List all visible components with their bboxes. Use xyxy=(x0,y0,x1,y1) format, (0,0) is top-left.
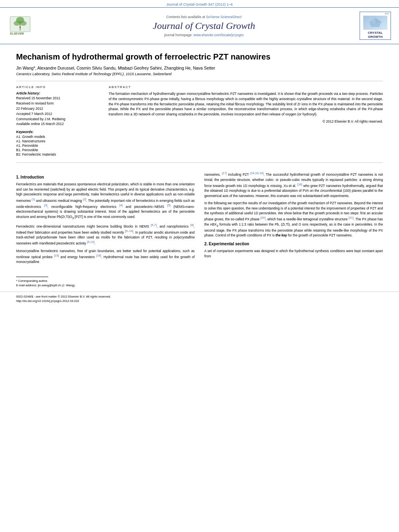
intro-heading: 1. Introduction xyxy=(16,175,195,179)
crystal-growth-logo-box: ≡≡≡ CRYSTALGROWTH xyxy=(360,12,391,40)
ref-2: [2] xyxy=(83,197,86,201)
article-info-abstract: ARTICLE INFO Article history: Received 1… xyxy=(16,85,383,157)
available-online: Available online 15 March 2012 xyxy=(16,122,97,127)
communicated-by: Communicated by J.M. Redwing xyxy=(16,117,97,122)
article-title: Mechanism of hydrothermal growth of ferr… xyxy=(16,52,383,62)
contents-line: Contents lists available at SciVerse Sci… xyxy=(48,15,360,19)
header-banner: ELSEVIER Contents lists available at Sci… xyxy=(0,8,399,44)
footnote-area: * Corresponding author. E-mail address: … xyxy=(0,277,399,288)
body-right-col: nanowires, [17] including PZT [16,18,19]… xyxy=(204,171,383,267)
keywords-label: Keywords: xyxy=(16,130,97,134)
elsevier-logo: ELSEVIER xyxy=(8,14,40,37)
abstract-text: The formation mechanism of hydrothermall… xyxy=(109,91,383,117)
footer: 0022-0248/$ - see front matter © 2012 El… xyxy=(0,292,399,306)
intro-para1: Ferroelectrics are materials that posses… xyxy=(16,182,195,220)
ref-5: [5] xyxy=(167,203,171,207)
article-affiliation: Ceramics Laboratory, Swiss Federal Insti… xyxy=(16,72,383,76)
page: Journal of Crystal Growth 347 (2012) 1–6… xyxy=(0,0,399,306)
received-date: Received 15 November 2011 xyxy=(16,96,97,101)
divider-2 xyxy=(16,162,383,163)
right-para2: In the following we report the results o… xyxy=(204,201,383,238)
article-content: Mechanism of hydrothermal growth of ferr… xyxy=(0,44,399,275)
contents-text: Contents lists available at xyxy=(166,15,205,19)
homepage-link[interactable]: www.elsevier.com/locate/jcrysgro xyxy=(193,33,244,37)
ref-20: [20] xyxy=(261,216,266,220)
body-left-col: 1. Introduction Ferroelectrics are mater… xyxy=(16,171,195,267)
exp-heading: 2. Experimental section xyxy=(204,242,383,246)
abstract-heading: ABSTRACT xyxy=(109,85,383,89)
ref-18: [18] xyxy=(297,183,302,186)
keyword-2: A1. Nanostructures xyxy=(16,139,97,143)
body-content: 1. Introduction Ferroelectrics are mater… xyxy=(16,171,383,267)
footnote-corresponding: * Corresponding author. xyxy=(16,279,383,283)
crystal-growth-image xyxy=(363,16,387,30)
revised-date: 22 February 2012 xyxy=(16,107,97,111)
keyword-4: B1. Perovskite xyxy=(16,148,97,152)
article-authors: Jin Wang*, Alexandre Durussel, Cosmin Si… xyxy=(16,66,383,70)
ref-6-7: [6,7] xyxy=(151,223,157,227)
ref-1: [1] xyxy=(32,197,35,201)
ref-9-14: [9–14] xyxy=(125,229,134,233)
right-para1: nanowires, [17] including PZT [16,18,19]… xyxy=(204,171,383,198)
footer-doi: http://dx.doi.org/10.1016/j.jcrysgro.201… xyxy=(16,299,383,303)
article-info-col: ARTICLE INFO Article history: Received 1… xyxy=(16,85,97,157)
svg-text:ELSEVIER: ELSEVIER xyxy=(10,32,24,35)
intro-para2: Ferroelectric one-dimensional nanostruct… xyxy=(16,223,195,246)
ref-16-18-19: [16,18,19] xyxy=(250,171,263,175)
keyword-1: A1. Growth models xyxy=(16,135,97,139)
homepage-line: journal homepage: www.elsevier.com/locat… xyxy=(48,33,360,37)
header-center: Contents lists available at SciVerse Sci… xyxy=(48,15,360,37)
key-phrase: the key xyxy=(276,233,287,237)
journal-title-main: Journal of Crystal Growth xyxy=(48,21,360,31)
copyright-text: © 2012 Elsevier B.V. All rights reserved… xyxy=(109,119,383,123)
crystal-growth-title: CRYSTALGROWTH xyxy=(368,31,383,39)
ref-9-14b: [9,14] xyxy=(87,240,95,244)
ref-4: [4] xyxy=(119,203,123,207)
footnote-divider xyxy=(16,277,48,277)
ref-17: [17] xyxy=(222,171,227,175)
ref-15: [15] xyxy=(54,254,59,257)
exp-para1: A set of comparison experiments was desi… xyxy=(204,249,383,259)
svg-point-4 xyxy=(20,21,27,26)
article-history-label: Article history: xyxy=(16,91,97,95)
intro-para3: Monocrystalline ferroelectric nanowires,… xyxy=(16,249,195,265)
accepted-date: Accepted 7 March 2012 xyxy=(16,112,97,117)
top-bar: Journal of Crystal Growth 347 (2012) 1–6 xyxy=(0,0,399,8)
keyword-3: A1. Perovskite xyxy=(16,144,97,148)
divider-1 xyxy=(16,81,383,81)
polycrystalline-italic: polycrystalline xyxy=(174,235,195,239)
ref-21: [21] xyxy=(349,216,354,220)
keyword-5: B2. Ferroelectric materials xyxy=(16,152,97,156)
ref-3: [3] xyxy=(44,203,47,207)
abstract-col: ABSTRACT The formation mechanism of hydr… xyxy=(109,85,383,157)
svg-point-5 xyxy=(19,27,21,28)
revised-label: Received in revised form xyxy=(16,101,97,106)
ref-8: [8] xyxy=(190,223,193,227)
svg-point-3 xyxy=(14,21,20,26)
sciverse-link[interactable]: SciVerse ScienceDirect xyxy=(206,15,241,19)
footnote-email: E-mail address: jin.wang@epfl.ch (J. Wan… xyxy=(16,283,383,288)
article-info-heading: ARTICLE INFO xyxy=(16,85,97,89)
ref-16: [16] xyxy=(96,254,101,257)
journal-citation-link[interactable]: Journal of Crystal Growth 347 (2012) 1–6 xyxy=(166,2,232,6)
footer-issn: 0022-0248/$ - see front matter © 2012 El… xyxy=(16,294,383,299)
homepage-text: journal homepage: xyxy=(164,33,192,37)
